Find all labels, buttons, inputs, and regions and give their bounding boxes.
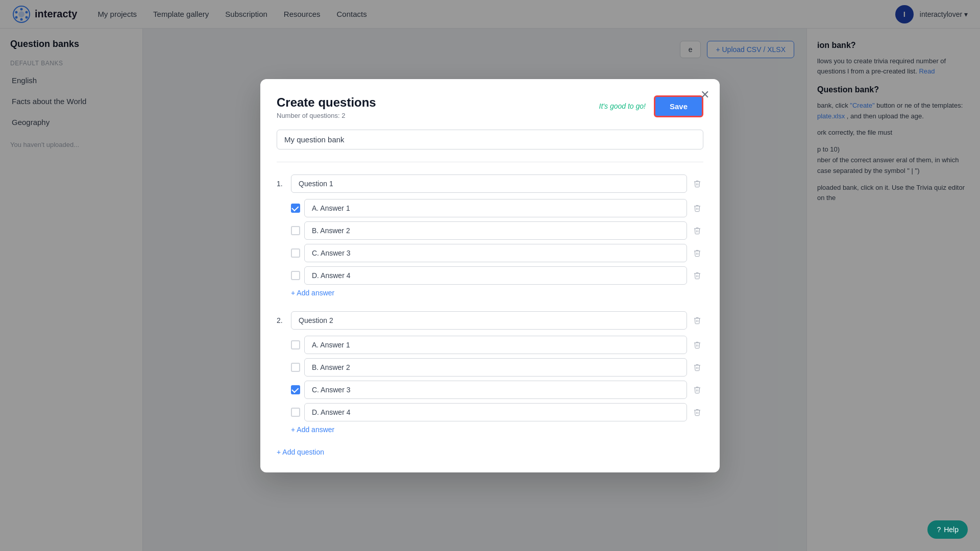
delete-answer-2-3-button[interactable] (691, 384, 703, 396)
delete-question-1-button[interactable] (691, 178, 703, 190)
delete-answer-1-1-button[interactable] (691, 202, 703, 214)
delete-answer-2-2-button[interactable] (691, 361, 703, 373)
delete-answer-1-2-button[interactable] (691, 224, 703, 237)
trash-icon (693, 180, 701, 188)
delete-answer-1-3-button[interactable] (691, 247, 703, 259)
answer-row-2-3 (277, 381, 703, 399)
trash-icon (693, 227, 701, 235)
close-button[interactable]: ✕ (700, 89, 709, 101)
checkbox-1-1[interactable] (291, 204, 300, 213)
answer-row-1-4 (277, 266, 703, 285)
checkbox-2-4[interactable] (291, 408, 300, 417)
checkbox-1-3[interactable] (291, 248, 300, 258)
question-input-2[interactable] (291, 311, 687, 330)
add-answer-2-button[interactable]: + Add answer (277, 425, 334, 434)
checkbox-2-3[interactable] (291, 385, 300, 394)
trash-icon (693, 363, 701, 371)
delete-question-2-button[interactable] (691, 314, 703, 327)
modal-actions: It's good to go! Save (599, 95, 703, 117)
answer-input-2-4[interactable] (304, 403, 687, 421)
help-button[interactable]: ? Help (927, 520, 968, 539)
modal-title: Create questions (277, 95, 376, 110)
checkbox-1-4[interactable] (291, 271, 300, 280)
answer-row-2-2 (277, 358, 703, 377)
answer-row-1-1 (277, 199, 703, 217)
answer-input-2-2[interactable] (304, 358, 687, 377)
add-question-button[interactable]: + Add question (277, 448, 324, 456)
delete-answer-1-4-button[interactable] (691, 269, 703, 282)
answer-row-2-4 (277, 403, 703, 421)
question-row-2: 2. (277, 311, 703, 330)
answer-input-1-4[interactable] (304, 266, 687, 285)
modal-overlay[interactable]: Create questions Number of questions: 2 … (0, 0, 980, 551)
question-input-1[interactable] (291, 174, 687, 193)
answer-input-2-1[interactable] (304, 336, 687, 354)
trash-icon (693, 249, 701, 257)
answer-input-1-2[interactable] (304, 221, 687, 240)
trash-icon (693, 204, 701, 212)
delete-answer-2-4-button[interactable] (691, 406, 703, 418)
bank-name-input[interactable] (277, 130, 703, 149)
answer-row-2-1 (277, 336, 703, 354)
trash-icon (693, 341, 701, 349)
modal-header: Create questions Number of questions: 2 … (277, 95, 703, 119)
checkbox-2-2[interactable] (291, 363, 300, 372)
question-block-2: 2. (277, 311, 703, 434)
save-button[interactable]: Save (654, 95, 703, 117)
modal-subtitle: Number of questions: 2 (277, 112, 376, 119)
answer-row-1-2 (277, 221, 703, 240)
question-number-2: 2. (277, 316, 287, 324)
add-answer-1-button[interactable]: + Add answer (277, 289, 334, 297)
question-number-1: 1. (277, 180, 287, 188)
trash-icon (693, 408, 701, 416)
delete-answer-2-1-button[interactable] (691, 339, 703, 351)
answer-input-1-3[interactable] (304, 244, 687, 262)
answer-input-1-1[interactable] (304, 199, 687, 217)
answer-input-2-3[interactable] (304, 381, 687, 399)
modal: Create questions Number of questions: 2 … (260, 79, 720, 472)
trash-icon (693, 316, 701, 324)
good-to-go-text: It's good to go! (599, 102, 646, 110)
answer-row-1-3 (277, 244, 703, 262)
question-block-1: 1. (277, 174, 703, 297)
trash-icon (693, 386, 701, 394)
divider (277, 162, 703, 162)
question-row-1: 1. (277, 174, 703, 193)
checkbox-1-2[interactable] (291, 226, 300, 235)
trash-icon (693, 271, 701, 280)
checkbox-2-1[interactable] (291, 340, 300, 349)
